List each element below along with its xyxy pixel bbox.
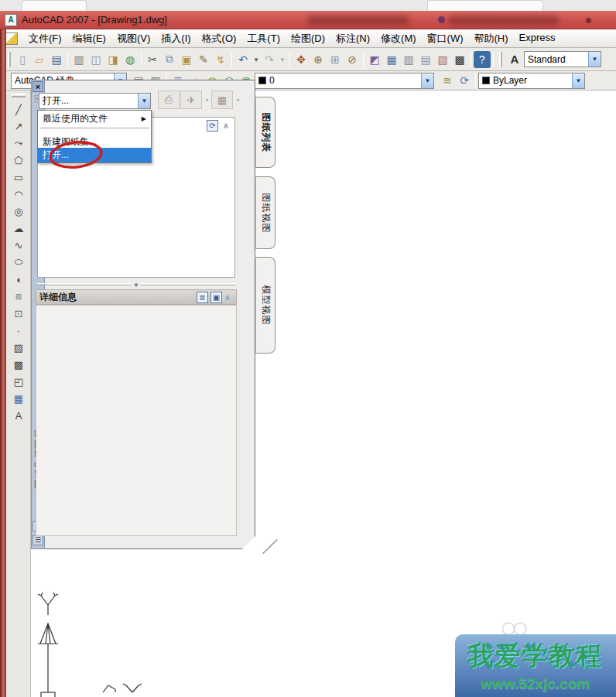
make-object-layer-current-icon[interactable]: ≋ — [439, 72, 456, 89]
separator — [475, 73, 476, 88]
publish-sheetset-icon[interactable]: ⎙ — [158, 91, 180, 109]
chevron-down-icon[interactable]: ▼ — [588, 52, 601, 67]
screen: A AutoCAD 2007 - [Drawing1.dwg] 文件(F)编辑(… — [0, 0, 616, 697]
tab-sheet-views[interactable]: 图纸视图 — [255, 176, 275, 249]
panel-splitter[interactable]: ◆ — [37, 281, 235, 288]
menu-express[interactable]: Express — [514, 29, 561, 48]
menu-item-recent-files[interactable]: 最近使用的文件 ▶ — [38, 111, 151, 127]
open-file-icon[interactable]: ▱ — [31, 51, 48, 68]
preview-view-icon[interactable]: ▣ — [210, 292, 222, 303]
designcenter-icon[interactable]: ▦ — [383, 51, 400, 68]
new-file-icon[interactable]: ▯ — [14, 51, 31, 68]
chevron-down-icon[interactable]: ▼ — [138, 94, 150, 108]
paste-icon[interactable]: ▣ — [178, 51, 195, 68]
line-icon[interactable]: ╱ — [10, 101, 27, 118]
censored-button — [586, 18, 591, 23]
make-block-icon[interactable]: ⊡ — [10, 305, 27, 322]
menu-draw[interactable]: 绘图(D) — [286, 29, 330, 48]
menu-window[interactable]: 窗口(W) — [422, 29, 469, 48]
print-preview-icon[interactable]: ◫ — [87, 51, 104, 68]
publish-icon[interactable]: ◨ — [104, 51, 121, 68]
arc-icon[interactable]: ◠ — [10, 186, 27, 203]
etransmit-icon[interactable]: ✈ — [180, 91, 202, 109]
undo-dropdown-icon[interactable]: ▾ — [252, 51, 261, 68]
menu-format[interactable]: 格式(O) — [197, 29, 242, 48]
properties-icon[interactable]: ◩ — [366, 51, 383, 68]
match-lightning-icon[interactable]: ↯ — [212, 51, 229, 68]
menu-file[interactable]: 文件(F) — [23, 29, 67, 48]
redo-dropdown-icon[interactable]: ▾ — [278, 51, 287, 68]
color-combo[interactable]: ByLayer ▼ — [478, 73, 585, 89]
collapse-icon[interactable]: ∧ — [222, 292, 233, 302]
table-icon[interactable]: ▦ — [10, 390, 27, 407]
layer-combo[interactable]: 0 ▼ — [255, 73, 434, 89]
revision-cloud-icon[interactable]: ☁ — [10, 220, 27, 237]
details-header[interactable]: 详细信息 ≣ ▣ ∧ — [36, 289, 237, 305]
drawing-entities — [35, 586, 166, 697]
document-icon — [5, 32, 18, 45]
zoom-previous-icon[interactable]: ⊘ — [344, 51, 361, 68]
web-icon[interactable]: ◍ — [121, 51, 139, 68]
menu-modify[interactable]: 修改(M) — [375, 29, 422, 48]
menu-dimension[interactable]: 标注(N) — [330, 29, 375, 48]
toolbar-grip[interactable] — [8, 52, 11, 67]
menu-view[interactable]: 视图(V) — [111, 29, 156, 48]
rectangle-icon[interactable]: ▭ — [10, 169, 27, 186]
help-icon[interactable]: ? — [474, 51, 491, 68]
circle-icon[interactable]: ◎ — [10, 203, 27, 220]
menu-item-open[interactable]: 打开... — [38, 148, 151, 162]
insert-block-icon[interactable]: ⧈ — [10, 288, 27, 305]
standard-toolbar: ▯▱▤▥◫◨◍✂⧉▣✎↯↶▾↷▾✥⊕⊞⊘◩▦▥▤▧▩? A Standard ▼ — [0, 48, 616, 71]
collapse-icon[interactable]: ∧ — [221, 121, 231, 131]
chevron-down-icon[interactable]: ▼ — [572, 73, 584, 88]
menu-insert[interactable]: 插入(I) — [156, 29, 196, 48]
details-view-icon[interactable]: ≣ — [197, 292, 208, 303]
copy-icon[interactable]: ⧉ — [161, 51, 178, 68]
match-properties-icon[interactable]: ✎ — [195, 51, 212, 68]
zoom-window-icon[interactable]: ⊞ — [327, 51, 344, 68]
watermark-url: www.52xjc.com — [481, 675, 590, 692]
tool-palettes-icon[interactable]: ▥ — [400, 51, 417, 68]
sheetset-manager-icon[interactable]: ▤ — [417, 51, 434, 68]
properties-menu-icon[interactable]: ☰ — [33, 535, 43, 545]
quickcalc-icon[interactable]: ▩ — [451, 51, 468, 68]
zoom-realtime-icon[interactable]: ⊕ — [310, 51, 327, 68]
refresh-icon[interactable]: ⟳ — [207, 120, 218, 132]
region-icon[interactable]: ◰ — [10, 373, 27, 390]
layer-previous-icon[interactable]: ⟳ — [456, 72, 473, 89]
spline-icon[interactable]: ∿ — [10, 237, 27, 254]
pan-icon[interactable]: ✥ — [293, 51, 310, 68]
sheetset-combo[interactable]: 打开... ▼ — [39, 93, 151, 109]
menu-help[interactable]: 帮助(H) — [469, 29, 514, 48]
toolbar-grip[interactable] — [12, 94, 26, 97]
mtext-icon[interactable]: A — [10, 407, 27, 424]
chevron-down-icon[interactable]: ▾ — [234, 91, 242, 109]
polyline-icon[interactable]: ⤳ — [10, 135, 27, 152]
toolbar-grip[interactable] — [499, 52, 502, 67]
point-icon[interactable]: · — [10, 322, 27, 339]
ellipse-icon[interactable]: ⬭ — [10, 254, 27, 271]
menu-item-new-sheetset[interactable]: 新建图纸集... — [38, 135, 151, 148]
polygon-icon[interactable]: ⬠ — [10, 152, 27, 169]
text-style-icon[interactable]: A — [505, 53, 524, 66]
tab-model-views[interactable]: 模型视图 — [255, 257, 275, 354]
ellipse-arc-icon[interactable]: ◖ — [10, 271, 27, 288]
save-icon[interactable]: ▤ — [48, 51, 65, 68]
markup-set-manager-icon[interactable]: ▧ — [434, 51, 451, 68]
gradient-icon[interactable]: ▩ — [10, 356, 27, 373]
splitter-handle-icon[interactable]: ◆ — [132, 282, 140, 288]
print-icon[interactable]: ▥ — [70, 51, 87, 68]
chevron-down-icon[interactable]: ▾ — [203, 91, 211, 109]
hatch-icon[interactable]: ▨ — [10, 339, 27, 356]
tab-sheet-list[interactable]: 图纸列表 — [255, 97, 275, 168]
undo-icon[interactable]: ↶ — [234, 51, 252, 68]
construction-line-icon[interactable]: ↗ — [10, 118, 27, 135]
cut-icon[interactable]: ✂ — [144, 51, 161, 68]
redo-icon[interactable]: ↷ — [261, 51, 278, 68]
close-icon[interactable]: × — [33, 81, 43, 92]
sheet-selections-icon[interactable]: ▦ — [211, 91, 233, 109]
menu-tools[interactable]: 工具(T) — [241, 29, 286, 48]
chevron-down-icon[interactable]: ▼ — [421, 73, 433, 88]
text-style-combo[interactable]: Standard ▼ — [524, 51, 601, 67]
menu-edit[interactable]: 编辑(E) — [67, 29, 111, 48]
